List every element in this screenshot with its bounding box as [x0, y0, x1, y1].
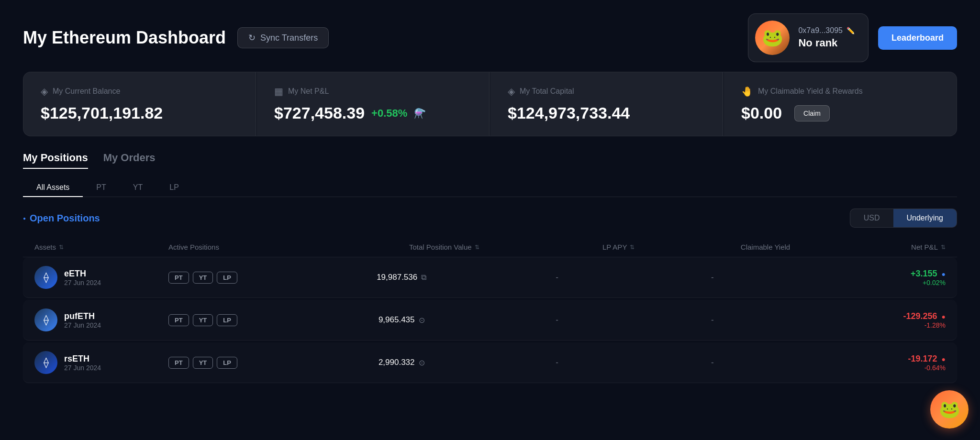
tabs-section: My Positions My Orders All Assets PT YT …: [23, 152, 957, 197]
rank-text: No rank: [798, 37, 855, 49]
header: My Ethereum Dashboard ↻ Sync Transfers 🐸…: [0, 0, 980, 72]
table-row[interactable]: ⟠ pufETH 27 Jun 2024 PT YT LP 9,965.435 …: [23, 300, 957, 341]
avatar: 🐸: [755, 21, 790, 55]
badge-lp-pufeth: LP: [217, 314, 237, 326]
cell-value-pufeth: 9,965.435 ⊙: [324, 315, 479, 325]
yield-icon: 🤚: [741, 86, 753, 97]
badge-group-rseth: PT YT LP: [168, 357, 324, 369]
bottom-widget[interactable]: 🐸: [930, 390, 969, 429]
col-header-assets: Assets ⇅: [34, 243, 168, 251]
cell-pnl-eeth: +3.155 ● +0.02%: [790, 269, 946, 286]
page-title: My Ethereum Dashboard: [23, 28, 226, 48]
badge-group-pufeth: PT YT LP: [168, 314, 324, 326]
profile-info: 0x7a9...3095 ✏️ No rank: [798, 26, 855, 49]
badge-lp-rseth: LP: [217, 357, 237, 369]
balance-icon: ◈: [41, 86, 48, 97]
stat-value-pnl-row: $727,458.39 +0.58% ⚗️: [274, 104, 472, 122]
header-right: 🐸 0x7a9...3095 ✏️ No rank Leaderboard: [748, 13, 957, 62]
tab-my-orders[interactable]: My Orders: [103, 152, 156, 169]
asset-info-eeth: eETH 27 Jun 2024: [64, 269, 101, 286]
stat-current-balance: ◈ My Current Balance $125,701,191.82: [23, 72, 256, 136]
sub-tab-lp[interactable]: LP: [156, 178, 192, 197]
stat-label-capital: ◈ My Total Capital: [508, 86, 705, 97]
flask-icon: ⚗️: [414, 108, 426, 119]
capital-icon: ◈: [508, 86, 515, 97]
edit-icon[interactable]: ✏️: [846, 27, 855, 34]
cell-claimable-eeth: -: [635, 273, 790, 282]
sync-icon: ↻: [248, 33, 256, 43]
col-header-net-pnl: Net P&L ⇅: [790, 243, 946, 251]
sub-tab-pt[interactable]: PT: [83, 178, 119, 197]
pnl-value-rseth: -19.172 ●: [790, 354, 946, 364]
leaderboard-button[interactable]: Leaderboard: [878, 26, 957, 50]
sort-value-icon[interactable]: ⇅: [475, 244, 479, 251]
sort-lp-icon[interactable]: ⇅: [630, 244, 635, 251]
stat-total-capital: ◈ My Total Capital $124,973,733.44: [490, 72, 723, 136]
pnl-dot-rseth: ●: [942, 355, 946, 363]
asset-date-eeth: 27 Jun 2024: [64, 279, 101, 286]
rseth-icon: ⟠: [34, 351, 57, 374]
col-header-positions: Active Positions: [168, 243, 324, 251]
stat-claimable-yield: 🤚 My Claimable Yield & Rewards $0.00 Cla…: [724, 72, 957, 136]
sub-tabs: All Assets PT YT LP: [23, 178, 957, 197]
table-section: Open Positions USD Underlying Assets ⇅ A…: [23, 209, 957, 383]
table-row[interactable]: ⟠ eETH 27 Jun 2024 PT YT LP 19,987.536 ⧉…: [23, 257, 957, 298]
copy-icon-pufeth[interactable]: ⊙: [419, 316, 425, 325]
sort-assets-icon[interactable]: ⇅: [59, 244, 64, 251]
cell-claimable-pufeth: -: [635, 315, 790, 325]
stat-value-balance: $125,701,191.82: [41, 104, 238, 122]
copy-icon-rseth[interactable]: ⊙: [419, 358, 425, 367]
stat-value-yield: $0.00: [741, 104, 782, 122]
badge-group-eeth: PT YT LP: [168, 272, 324, 284]
copy-icon-eeth[interactable]: ⧉: [421, 273, 426, 282]
table-row[interactable]: ⟠ rsETH 27 Jun 2024 PT YT LP 2,990.332 ⊙…: [23, 342, 957, 383]
pnl-dot-pufeth: ●: [942, 313, 946, 320]
stat-net-pnl: ▦ My Net P&L $727,458.39 +0.58% ⚗️: [257, 72, 490, 136]
open-positions-label: Open Positions: [23, 213, 100, 224]
pnl-pct-eeth: +0.02%: [790, 279, 946, 286]
sub-tab-yt[interactable]: YT: [120, 178, 156, 197]
pnl-value-eeth: +3.155 ●: [790, 269, 946, 279]
data-table: Assets ⇅ Active Positions Total Position…: [23, 237, 957, 383]
sort-pnl-icon[interactable]: ⇅: [941, 244, 946, 251]
pnl-value-pufeth: -129.256 ●: [790, 311, 946, 321]
pnl-pct-pufeth: -1.28%: [790, 321, 946, 329]
usd-toggle-button[interactable]: USD: [850, 209, 893, 227]
sync-transfers-button[interactable]: ↻ Sync Transfers: [237, 27, 329, 48]
col-header-lp-apy: LP APY ⇅: [479, 243, 635, 251]
asset-name-pufeth: pufETH: [64, 311, 101, 321]
asset-cell-rseth: ⟠ rsETH 27 Jun 2024: [34, 351, 168, 374]
badge-yt-pufeth: YT: [193, 314, 213, 326]
badge-yt-rseth: YT: [193, 357, 213, 369]
profile-card: 🐸 0x7a9...3095 ✏️ No rank: [748, 13, 869, 62]
table-head: Assets ⇅ Active Positions Total Position…: [23, 237, 957, 257]
asset-info-pufeth: pufETH 27 Jun 2024: [64, 311, 101, 329]
stats-row: ◈ My Current Balance $125,701,191.82 ▦ M…: [23, 72, 957, 136]
main-tabs: My Positions My Orders: [23, 152, 957, 169]
underlying-toggle-button[interactable]: Underlying: [893, 209, 957, 227]
col-header-claimable: Claimable Yield: [635, 243, 790, 251]
asset-info-rseth: rsETH 27 Jun 2024: [64, 354, 101, 372]
header-left: My Ethereum Dashboard ↻ Sync Transfers: [23, 27, 329, 48]
pufeth-icon: ⟠: [34, 308, 57, 331]
claim-button[interactable]: Claim: [794, 105, 830, 121]
stat-label-yield: 🤚 My Claimable Yield & Rewards: [741, 86, 939, 97]
badge-yt-eeth: YT: [193, 272, 213, 284]
asset-date-rseth: 27 Jun 2024: [64, 364, 101, 372]
cell-lpapy-pufeth: -: [479, 315, 635, 325]
stat-label-balance: ◈ My Current Balance: [41, 86, 238, 97]
badge-lp-eeth: LP: [217, 272, 237, 284]
pnl-pct-rseth: -0.64%: [790, 364, 946, 372]
tab-my-positions[interactable]: My Positions: [23, 152, 88, 169]
view-toggle: USD Underlying: [850, 209, 957, 228]
badge-pt-rseth: PT: [168, 357, 189, 369]
cell-claimable-rseth: -: [635, 358, 790, 367]
sync-label: Sync Transfers: [260, 33, 318, 43]
cell-value-rseth: 2,990.332 ⊙: [324, 358, 479, 367]
pnl-icon: ▦: [274, 86, 283, 97]
sub-tab-all-assets[interactable]: All Assets: [23, 178, 83, 197]
stat-value-yield-row: $0.00 Claim: [741, 104, 939, 122]
wallet-address: 0x7a9...3095 ✏️: [798, 26, 855, 35]
cell-pnl-rseth: -19.172 ● -0.64%: [790, 354, 946, 372]
col-header-value: Total Position Value ⇅: [324, 243, 479, 251]
